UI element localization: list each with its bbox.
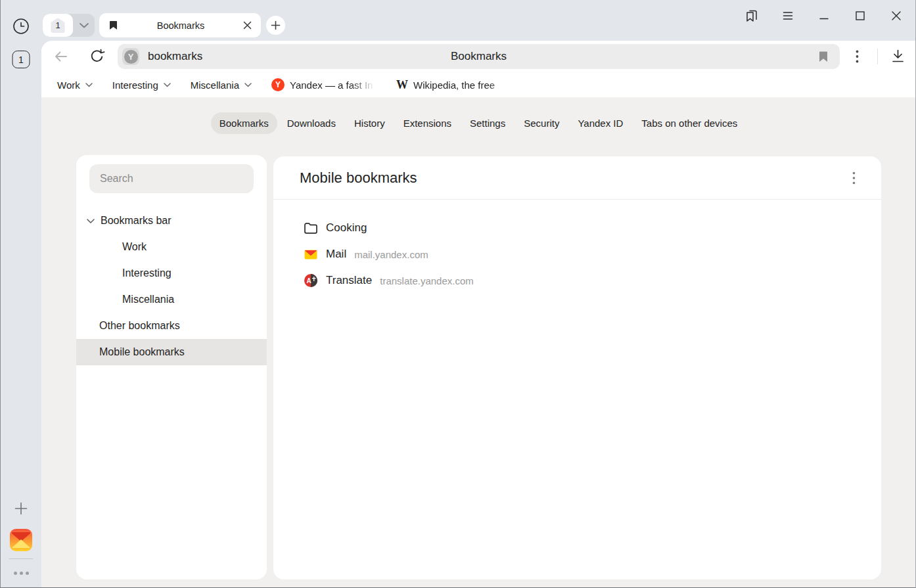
bookmarks-bar-link-wikipedia[interactable]: W Wikipedia, the free bbox=[396, 78, 518, 92]
tree-item-bookmarks-bar[interactable]: Bookmarks bar bbox=[76, 208, 267, 234]
tab-title: Bookmarks bbox=[119, 20, 242, 31]
folder-label: Miscellania bbox=[191, 79, 239, 91]
link-label: Wikipedia, the free bbox=[413, 79, 518, 91]
panel-kebab-menu-icon[interactable] bbox=[846, 169, 861, 187]
chevron-down-icon bbox=[244, 83, 252, 87]
tab-other-devices[interactable]: Tabs on other devices bbox=[633, 112, 746, 134]
back-button[interactable] bbox=[53, 48, 70, 65]
tree-item-interesting[interactable]: Interesting bbox=[76, 260, 267, 286]
tree-item-other-bookmarks[interactable]: Other bookmarks bbox=[76, 313, 267, 339]
tab-yandex-id[interactable]: Yandex ID bbox=[569, 112, 631, 134]
bookmark-name: Translate bbox=[326, 274, 372, 287]
search-input[interactable] bbox=[89, 164, 254, 193]
tab-downloads[interactable]: Downloads bbox=[279, 112, 344, 134]
tab-strip: 1 Bookmarks bbox=[41, 0, 915, 41]
tab-group-chevron-down-icon[interactable] bbox=[73, 14, 95, 37]
bookmark-name: Mail bbox=[326, 248, 346, 261]
tab-security[interactable]: Security bbox=[515, 112, 568, 134]
bookmark-url: translate.yandex.com bbox=[380, 275, 474, 286]
folder-label: Interesting bbox=[112, 79, 158, 91]
page-title: Bookmarks bbox=[118, 44, 840, 69]
tab-close-icon[interactable] bbox=[242, 20, 252, 30]
tree-item-label: Mobile bookmarks bbox=[99, 346, 185, 358]
toolbar-kebab-menu-icon[interactable] bbox=[849, 47, 865, 66]
folder-label: Work bbox=[57, 79, 80, 91]
tree-item-mobile-bookmarks[interactable]: Mobile bookmarks bbox=[76, 339, 267, 365]
tab-group-badge: 1 bbox=[51, 18, 66, 33]
window-maximize-icon[interactable] bbox=[842, 3, 878, 29]
new-tab-button[interactable] bbox=[266, 16, 285, 35]
tab-bookmark-icon bbox=[108, 20, 119, 31]
yandex-mail-favicon-icon bbox=[304, 250, 318, 260]
link-label: Yandex — a fast In bbox=[290, 79, 377, 91]
tab-counter-badge[interactable]: 1 bbox=[12, 51, 30, 68]
tab-settings[interactable]: Settings bbox=[461, 112, 514, 134]
active-tab[interactable]: Bookmarks bbox=[99, 13, 261, 37]
bookmarks-manager-page: Bookmarks Downloads History Extensions S… bbox=[41, 97, 915, 587]
tree-item-label: Bookmarks bar bbox=[101, 215, 172, 227]
reload-button[interactable] bbox=[88, 47, 106, 65]
bookmarks-bar-folder-work[interactable]: Work bbox=[57, 79, 93, 91]
tab-counter-value: 1 bbox=[18, 55, 24, 65]
bookmarks-bar: Work Interesting Miscellania Y Yandex — … bbox=[41, 72, 915, 97]
folder-tree: Bookmarks bar Work Interesting Miscellan… bbox=[76, 208, 267, 365]
folder-icon bbox=[304, 222, 318, 235]
bookmarks-content-panel: Mobile bookmarks Cooking bbox=[273, 156, 881, 579]
rail-divider bbox=[9, 558, 33, 559]
window-close-icon[interactable] bbox=[878, 3, 914, 29]
yandex-favicon-icon: Y bbox=[271, 78, 285, 91]
address-bar[interactable]: Y bookmarks Bookmarks bbox=[118, 44, 840, 69]
tree-item-label: Interesting bbox=[122, 267, 172, 279]
bookmarks-bar-link-yandex[interactable]: Y Yandex — a fast In bbox=[271, 78, 377, 91]
list-item-cooking[interactable]: Cooking bbox=[273, 215, 881, 241]
downloads-icon[interactable] bbox=[889, 47, 907, 65]
tab-group-control[interactable]: 1 bbox=[43, 14, 95, 37]
toolbar: Y bookmarks Bookmarks bbox=[41, 41, 915, 72]
browser-chrome: Y bookmarks Bookmarks bbox=[41, 41, 915, 97]
bookmark-star-icon[interactable] bbox=[817, 51, 829, 62]
browser-window: 1 1 bbox=[0, 0, 916, 588]
tab-bookmarks[interactable]: Bookmarks bbox=[211, 112, 277, 134]
yandex-mail-app-icon[interactable] bbox=[9, 528, 33, 552]
bookmarks-panel-icon[interactable] bbox=[733, 3, 769, 29]
side-rail: 1 bbox=[1, 0, 41, 587]
menu-hamburger-icon[interactable] bbox=[769, 3, 806, 29]
wikipedia-favicon-icon: W bbox=[396, 78, 408, 92]
bookmarks-bar-folder-miscellania[interactable]: Miscellania bbox=[191, 79, 252, 91]
tab-extensions[interactable]: Extensions bbox=[395, 112, 460, 134]
bookmark-list: Cooking Mail mail.yandex.com bbox=[273, 200, 881, 294]
list-item-translate[interactable]: A Translate translate.yandex.com bbox=[273, 267, 881, 294]
chevron-down-icon bbox=[85, 83, 93, 87]
tree-item-label: Work bbox=[122, 241, 147, 253]
tree-item-label: Miscellania bbox=[122, 294, 174, 305]
chevron-down-icon bbox=[164, 83, 171, 87]
bookmarks-bar-folder-interesting[interactable]: Interesting bbox=[112, 79, 171, 91]
tab-history[interactable]: History bbox=[346, 112, 394, 134]
yandex-translate-favicon-icon: A bbox=[304, 274, 318, 287]
toolbar-divider bbox=[877, 49, 878, 64]
manager-nav-tabs: Bookmarks Downloads History Extensions S… bbox=[41, 112, 915, 134]
tree-item-label: Other bookmarks bbox=[99, 320, 180, 332]
rail-add-icon[interactable] bbox=[13, 501, 29, 516]
folders-tree-panel: Bookmarks bar Work Interesting Miscellan… bbox=[76, 155, 267, 579]
rail-more-icon[interactable] bbox=[9, 568, 33, 578]
list-item-mail[interactable]: Mail mail.yandex.com bbox=[273, 241, 881, 267]
panel-header: Mobile bookmarks bbox=[273, 156, 881, 199]
svg-text:A: A bbox=[306, 277, 311, 284]
tab-group-button[interactable]: 1 bbox=[43, 14, 73, 37]
window-controls bbox=[733, 0, 914, 32]
window-minimize-icon[interactable] bbox=[806, 3, 842, 29]
chevron-down-icon[interactable] bbox=[87, 219, 95, 223]
tree-item-miscellania[interactable]: Miscellania bbox=[76, 286, 267, 313]
bookmark-url: mail.yandex.com bbox=[354, 249, 428, 260]
tree-item-work[interactable]: Work bbox=[76, 234, 267, 260]
history-clock-icon[interactable] bbox=[12, 17, 30, 35]
panel-title: Mobile bookmarks bbox=[300, 170, 417, 187]
bookmark-name: Cooking bbox=[326, 221, 367, 235]
